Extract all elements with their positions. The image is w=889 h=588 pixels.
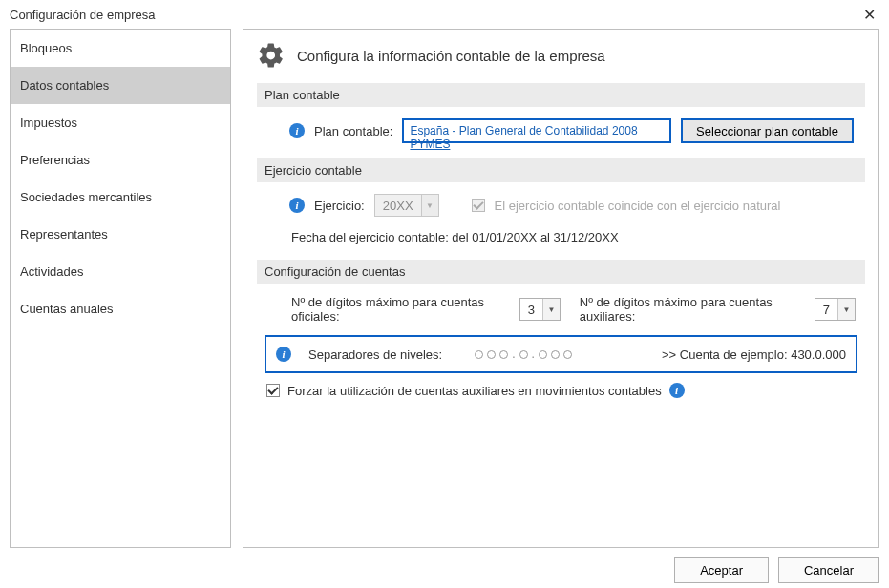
info-icon[interactable]: i (289, 123, 305, 138)
page-title: Configura la información contable de la … (297, 48, 605, 64)
sidebar-item-sociedades[interactable]: Sociedades mercantiles (11, 178, 230, 216)
select-plan-button[interactable]: Seleccionar plan contable (681, 118, 854, 143)
section-cuentas-header: Configuración de cuentas (257, 260, 865, 284)
sidebar-item-datos-contables[interactable]: Datos contables (11, 67, 230, 104)
forzar-aux-checkbox[interactable] (266, 384, 280, 397)
sidebar-item-representantes[interactable]: Representantes (11, 216, 230, 253)
cancel-button[interactable]: Cancelar (778, 557, 879, 583)
separadores-box: i Separadores de niveles: . . >> Cuenta … (265, 335, 857, 373)
sidebar-item-impuestos[interactable]: Impuestos (11, 104, 230, 141)
ejercicio-natural-checkbox (472, 199, 485, 212)
fecha-ejercicio-text: Fecha del ejercicio contable: del 01/01/… (289, 230, 854, 244)
separadores-pattern[interactable]: . . (475, 347, 572, 361)
ejercicio-value: 20XX (375, 199, 421, 213)
info-icon[interactable]: i (289, 198, 305, 213)
gear-icon (257, 41, 286, 70)
chevron-down-icon: ▼ (421, 195, 438, 216)
digitos-aux-value: 7 (815, 303, 837, 317)
window-title: Configuración de empresa (10, 8, 155, 22)
chevron-down-icon[interactable]: ▼ (542, 299, 560, 320)
digitos-aux-label: Nº de dígitos máximo para cuentas auxili… (580, 295, 807, 324)
main-panel: Configura la información contable de la … (243, 29, 879, 548)
cuenta-ejemplo-label: >> Cuenta de ejemplo: 430.0.000 (662, 347, 846, 362)
digitos-oficiales-label: Nº de dígitos máximo para cuentas oficia… (291, 295, 512, 324)
accept-button[interactable]: Aceptar (674, 557, 769, 583)
forzar-aux-label: Forzar la utilización de cuentas auxilia… (287, 384, 662, 398)
plan-input[interactable]: España - Plan General de Contabilidad 20… (402, 118, 671, 143)
sidebar-item-actividades[interactable]: Actividades (11, 253, 230, 290)
sidebar-item-preferencias[interactable]: Preferencias (11, 141, 230, 178)
sidebar: Bloqueos Datos contables Impuestos Prefe… (10, 29, 231, 548)
ejercicio-label: Ejercicio: (314, 199, 365, 213)
digitos-oficiales-select[interactable]: 3 ▼ (519, 298, 561, 321)
sidebar-item-cuentas-anuales[interactable]: Cuentas anuales (11, 290, 230, 327)
chevron-down-icon[interactable]: ▼ (837, 299, 855, 320)
close-icon[interactable]: ✕ (859, 6, 879, 24)
sidebar-item-bloqueos[interactable]: Bloqueos (11, 30, 230, 67)
digitos-aux-select[interactable]: 7 ▼ (815, 298, 856, 321)
info-icon[interactable]: i (669, 383, 685, 398)
ejercicio-select: 20XX ▼ (374, 194, 439, 217)
section-plan-header: Plan contable (257, 83, 865, 107)
plan-label: Plan contable: (314, 124, 392, 138)
info-icon[interactable]: i (276, 346, 291, 362)
digitos-oficiales-value: 3 (520, 303, 542, 317)
separadores-label: Separadores de niveles: (308, 347, 442, 362)
ejercicio-natural-label: El ejercicio contable coincide con el ej… (495, 199, 781, 213)
section-ejercicio-header: Ejercicio contable (257, 158, 865, 182)
